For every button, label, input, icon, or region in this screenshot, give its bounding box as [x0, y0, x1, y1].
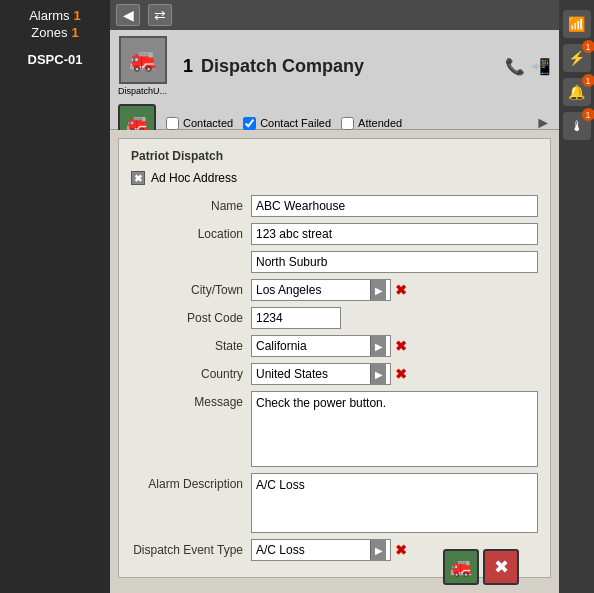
dispatch-panel: 🚒 DispatchU... 1 Dispatch Company 📞 📲 🚒 …: [110, 30, 559, 130]
main-form: Patriot Dispatch ✖ Ad Hoc Address Name L…: [110, 130, 559, 593]
postcode-label: Post Code: [131, 311, 251, 325]
dispatch-number: 1: [183, 56, 193, 77]
state-value: California: [256, 339, 307, 353]
nav-button[interactable]: ⇄: [148, 4, 172, 26]
postcode-input[interactable]: [251, 307, 341, 329]
state-dropdown[interactable]: California ▶: [251, 335, 391, 357]
top-bar: ◀ ⇄: [110, 0, 559, 30]
phone-outgoing-icon[interactable]: 📞: [505, 57, 525, 76]
signal-icon[interactable]: 📶: [563, 10, 591, 38]
city-value: Los Angeles: [256, 283, 321, 297]
message-label: Message: [131, 391, 251, 409]
alarm-desc-textarea[interactable]: A/C Loss: [251, 473, 538, 533]
dispatch-sublabel: DispatchU...: [118, 86, 167, 96]
confirm-button[interactable]: 🚒: [443, 549, 479, 585]
state-clear-button[interactable]: ✖: [395, 338, 407, 354]
name-label: Name: [131, 199, 251, 213]
country-dropdown[interactable]: United States ▶: [251, 363, 391, 385]
message-textarea[interactable]: Check the power button.: [251, 391, 538, 467]
city-dropdown[interactable]: Los Angeles ▶: [251, 279, 391, 301]
city-dropdown-arrow: ▶: [370, 280, 386, 300]
phone-incoming-icon[interactable]: 📲: [531, 57, 551, 76]
contact-failed-checkbox[interactable]: [243, 117, 256, 130]
form-title: Patriot Dispatch: [131, 149, 538, 163]
alert-icon[interactable]: 🔔 1: [563, 78, 591, 106]
alarm-desc-label: Alarm Description: [131, 473, 251, 491]
dispatch-company: Dispatch Company: [201, 56, 364, 77]
cancel-icon: ✖: [494, 556, 509, 578]
name-input[interactable]: [251, 195, 538, 217]
location-input-1[interactable]: [251, 223, 538, 245]
zones-label: Zones: [31, 25, 67, 40]
contacted-checkbox[interactable]: [166, 117, 179, 130]
contact-failed-label: Contact Failed: [260, 117, 331, 129]
country-value: United States: [256, 367, 328, 381]
bottom-buttons: 🚒 ✖: [443, 549, 519, 585]
attended-checkbox[interactable]: [341, 117, 354, 130]
country-label: Country: [131, 367, 251, 381]
event-type-dropdown[interactable]: A/C Loss ▶: [251, 539, 391, 561]
lightning-icon[interactable]: ⚡ 1: [563, 44, 591, 72]
adhoc-checkbox-indicator: ✖: [131, 171, 145, 185]
event-type-dropdown-arrow: ▶: [370, 540, 386, 560]
event-type-value: A/C Loss: [256, 543, 305, 557]
contacted-label: Contacted: [183, 117, 233, 129]
alarms-count: 1: [74, 8, 81, 23]
event-type-clear-button[interactable]: ✖: [395, 542, 407, 558]
unit-label: DSPC-01: [28, 52, 83, 67]
state-dropdown-arrow: ▶: [370, 336, 386, 356]
back-button[interactable]: ◀: [116, 4, 140, 26]
attended-label: Attended: [358, 117, 402, 129]
location-label: Location: [131, 227, 251, 241]
country-clear-button[interactable]: ✖: [395, 366, 407, 382]
city-label: City/Town: [131, 283, 251, 297]
city-clear-button[interactable]: ✖: [395, 282, 407, 298]
location-input-2[interactable]: [251, 251, 538, 273]
cancel-button[interactable]: ✖: [483, 549, 519, 585]
event-type-label: Dispatch Event Type: [131, 543, 251, 557]
country-dropdown-arrow: ▶: [370, 364, 386, 384]
zones-count: 1: [71, 25, 78, 40]
adhoc-label: Ad Hoc Address: [151, 171, 237, 185]
state-label: State: [131, 339, 251, 353]
dispatch-icon: 🚒: [119, 36, 167, 84]
temp-icon[interactable]: 🌡 1: [563, 112, 591, 140]
confirm-icon: 🚒: [450, 556, 472, 578]
alarms-label: Alarms: [29, 8, 69, 23]
left-sidebar: Alarms 1 Zones 1 DSPC-01: [0, 0, 110, 593]
right-sidebar: 📶 ⚡ 1 🔔 1 🌡 1: [559, 0, 594, 593]
